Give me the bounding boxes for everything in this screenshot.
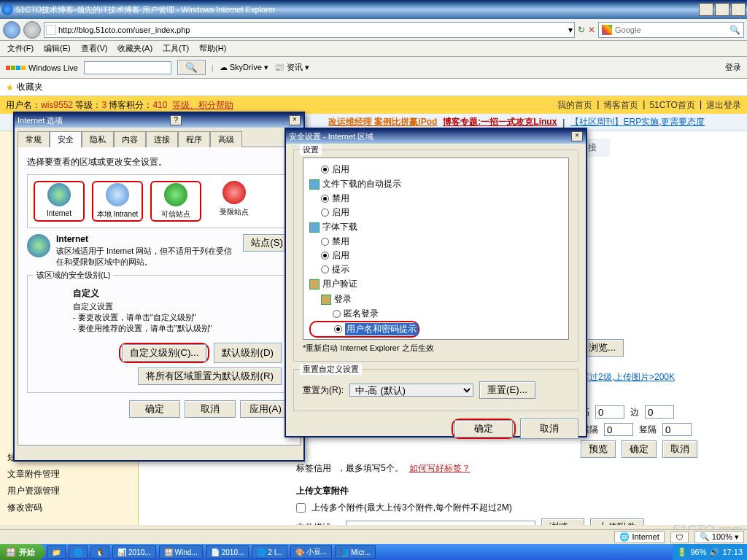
help-button[interactable]: ? (170, 115, 182, 125)
quicklaunch[interactable]: 📁 (47, 545, 66, 559)
menu-favorites[interactable]: 收藏夹(A) (113, 42, 157, 55)
sidebar-item[interactable]: 修改密码 (7, 499, 131, 516)
dropdown-icon[interactable]: ▾ (568, 25, 573, 35)
promo-1[interactable]: 改运维经理 案例比拼赢iPod (328, 116, 437, 128)
hgap-input[interactable] (604, 423, 633, 436)
zone-large-icon (27, 234, 50, 257)
tab-general[interactable]: 常规 (18, 131, 50, 147)
stop-icon[interactable]: ✕ (588, 25, 595, 35)
search-input[interactable] (615, 26, 727, 34)
minimize-button[interactable]: _ (699, 3, 713, 16)
tab-privacy[interactable]: 隐私 (82, 131, 114, 147)
option-username-password[interactable]: 用户名和密码提示 (345, 323, 418, 335)
cancel-button[interactable]: 取消 (520, 419, 578, 439)
upload-button[interactable]: 上传附件 (590, 518, 644, 525)
multi-upload-checkbox[interactable] (296, 503, 306, 513)
logout-link[interactable]: 退出登录 (706, 99, 741, 112)
task-item[interactable]: 🎨 小豆... (290, 545, 332, 559)
task-item[interactable]: 🌐 2 I... (252, 545, 287, 559)
task-item[interactable]: 📘 Micr... (335, 545, 376, 559)
zone-intranet[interactable]: 本地 Intranet (92, 181, 143, 222)
promo-2[interactable]: 博客专题:一招一式攻克Linux (443, 116, 557, 128)
live-search-input[interactable] (84, 61, 171, 74)
tab-content[interactable]: 内容 (114, 131, 146, 147)
quicklaunch[interactable]: 🐧 (90, 545, 109, 559)
ok-button[interactable]: 确定 (454, 420, 513, 438)
my-home-link[interactable]: 我的首页 (557, 99, 592, 112)
search-box[interactable]: 🔍 (598, 22, 744, 38)
browse-button-2[interactable]: 浏览... (541, 518, 584, 525)
fav-star-icon[interactable]: ★ (6, 82, 14, 93)
site-home-link[interactable]: 51CTO首页 (649, 99, 694, 112)
upload-hint-link[interactable]: 客过2级,上传图片>200K (581, 372, 675, 382)
default-level-button[interactable]: 默认级别(D) (214, 343, 282, 363)
menu-file[interactable]: 文件(F) (3, 42, 38, 55)
news-link[interactable]: 📰 资讯 ▾ (274, 62, 309, 73)
file-desc-input[interactable] (346, 521, 535, 525)
maximize-button[interactable]: □ (715, 3, 729, 16)
status-bar: 🌐 Internet 🛡 🔍 100% ▾ (0, 529, 747, 544)
tab-connections[interactable]: 连接 (146, 131, 178, 147)
task-item[interactable]: 🪟 Wind... (159, 545, 203, 559)
skydrive-link[interactable]: ☁ SkyDrive ▾ (220, 63, 268, 72)
back-button[interactable] (3, 21, 20, 39)
zone-prompt: 选择要查看的区域或更改安全设置。 (27, 156, 291, 168)
menu-edit[interactable]: 编辑(E) (39, 42, 75, 55)
windows-live[interactable]: Windows Live (6, 63, 78, 72)
task-item[interactable]: 📊 2010... (112, 545, 156, 559)
cancel-button[interactable]: 取消 (662, 440, 697, 458)
custom-level-button[interactable]: 自定义级别(C)... (122, 344, 207, 362)
dialog-title: Internet 选项 ? × (15, 113, 303, 128)
close-dialog-button[interactable]: × (571, 131, 583, 141)
address-bar[interactable]: ▾ (44, 22, 575, 38)
zone-restricted[interactable]: 受限站点 (209, 181, 260, 222)
reset-all-button[interactable]: 将所有区域重置为默认级别(R) (138, 368, 282, 385)
promo-3[interactable]: 【社区周刊】ERP实施,更需要态度 (570, 116, 705, 128)
dialog-title: 安全设置 - Internet 区域 × (286, 129, 586, 144)
sidebar-item[interactable]: 用户资源管理 (7, 483, 131, 499)
apply-button[interactable]: 应用(A) (240, 400, 291, 418)
tabstrip: 常规 安全 隐私 内容 连接 程序 高级 (15, 128, 303, 147)
login-link[interactable]: 登录 (725, 62, 741, 73)
tab-programs[interactable]: 程序 (178, 131, 210, 147)
zone-internet[interactable]: Internet (34, 181, 85, 222)
menu-help[interactable]: 帮助(H) (195, 42, 231, 55)
ok-button[interactable]: 确定 (622, 440, 657, 458)
internet-options-dialog: Internet 选项 ? × 常规 安全 隐私 内容 连接 程序 高级 选择要… (13, 112, 305, 462)
reset-button[interactable]: 重置(E)... (479, 381, 535, 399)
system-tray[interactable]: 🔋96% 🔊 17:13 (673, 544, 747, 560)
forward-button[interactable] (23, 21, 41, 39)
border-input[interactable] (645, 405, 674, 419)
zoom-level[interactable]: 🔍 100% ▾ (694, 531, 744, 543)
preview-button[interactable]: 预览 (581, 440, 616, 458)
zone-trusted[interactable]: 可信站点 (150, 181, 201, 222)
tag-help-link[interactable]: 如何写好标签？ (409, 462, 471, 475)
tab-advanced[interactable]: 高级 (210, 131, 242, 147)
reset-level-select[interactable]: 中-高 (默认) (349, 384, 473, 397)
task-item[interactable]: 📄 2010... (206, 545, 249, 559)
ok-button[interactable]: 确定 (129, 400, 180, 418)
menu-view[interactable]: 查看(V) (77, 42, 112, 55)
sidebar-item[interactable]: 文章附件管理 (7, 466, 131, 483)
live-search-button[interactable]: 🔍 (177, 60, 206, 75)
favorites-label[interactable]: 收藏夹 (17, 81, 43, 93)
url-input[interactable] (58, 26, 566, 34)
close-button[interactable]: × (731, 3, 746, 16)
quicklaunch[interactable]: 🌐 (69, 545, 88, 559)
search-go-icon[interactable]: 🔍 (729, 25, 740, 35)
points-help-link[interactable]: 等级、积分帮助 (172, 99, 233, 112)
menu-tools[interactable]: 工具(T) (158, 42, 193, 55)
height-input[interactable] (595, 405, 624, 419)
blog-home-link[interactable]: 博客首页 (603, 99, 638, 112)
close-dialog-button[interactable]: × (289, 115, 301, 125)
start-button[interactable]: 🪟开始 (0, 544, 45, 560)
refresh-icon[interactable]: ↻ (578, 25, 585, 35)
cancel-button[interactable]: 取消 (185, 400, 236, 418)
security-settings-dialog: 安全设置 - Internet 区域 × 设置 启用 文件下载的自动提示 禁用 … (285, 128, 587, 438)
volume-icon: 🔊 (709, 548, 719, 557)
favorites-bar: ★ 收藏夹 (0, 79, 747, 96)
settings-tree[interactable]: 启用 文件下载的自动提示 禁用 启用 字体下载 禁用 启用 提示 用户验证 登录… (303, 158, 569, 340)
tab-security[interactable]: 安全 (50, 131, 82, 147)
vgap-input[interactable] (662, 423, 692, 436)
user-rank: 3 (101, 100, 107, 110)
